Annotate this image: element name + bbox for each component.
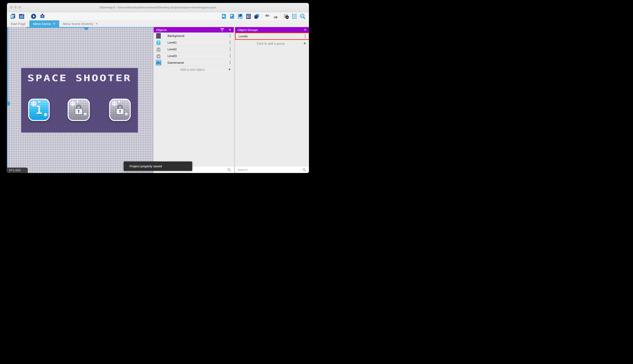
background-thumbnail (156, 33, 161, 38)
object-row-level3[interactable]: Level3 (154, 53, 234, 59)
object-row-background[interactable]: Background (154, 32, 234, 39)
group-row-levels[interactable]: Levels (235, 32, 309, 40)
instances-list-icon[interactable] (245, 14, 251, 19)
object-menu-icon[interactable] (229, 34, 231, 38)
object-groups-panel: Object Groups ✕ Levels Click to add a gr… (235, 27, 309, 173)
close-tab-icon[interactable]: ✕ (53, 22, 55, 25)
groups-search-bar (235, 166, 309, 173)
selection-top-edge (26, 27, 87, 28)
text-object-thumbnail: Tx (156, 60, 161, 66)
scene-title-text: SPACE SHOOTER (7, 73, 153, 83)
gloss-bubble (77, 100, 79, 102)
objects-panel: Objects ✕ Background 1 Level1 (153, 27, 234, 173)
locked-thumbnail (156, 46, 161, 52)
object-menu-icon[interactable] (229, 40, 231, 44)
main-content: SPACE SHOOTER 1 (7, 27, 309, 173)
play-icon[interactable] (31, 14, 37, 19)
plus-icon: + (228, 67, 231, 72)
object-menu-icon[interactable] (229, 47, 231, 51)
grid-icon[interactable] (291, 14, 297, 19)
gloss-bubble (118, 100, 120, 102)
groups-search-input[interactable] (238, 168, 302, 172)
tab-start-page[interactable]: Start Page (7, 20, 29, 27)
debug-icon[interactable] (40, 14, 45, 19)
level1-button-instance[interactable]: 1 (28, 98, 50, 121)
gloss-bubble (112, 101, 117, 106)
lock-icon (73, 104, 84, 116)
locked-thumbnail (156, 53, 161, 59)
gloss-bubble (70, 101, 75, 106)
main-toolbar: 1:1 (7, 12, 309, 20)
object-row-gamename[interactable]: Tx Gamename (154, 59, 234, 66)
selection-rotate-handle[interactable] (84, 27, 89, 30)
groups-panel-header: Object Groups ✕ (235, 27, 309, 32)
svg-text:1:1: 1:1 (301, 15, 303, 17)
selection-resize-handle[interactable] (7, 101, 10, 106)
search-icon (302, 168, 306, 172)
star-sparkles (21, 68, 22, 68)
level1-thumbnail: 1 (156, 40, 161, 45)
layers-icon[interactable] (254, 14, 260, 19)
tab-menu-scene-events[interactable]: Menu Scene (Events) ✕ (59, 20, 102, 27)
level3-button-instance[interactable] (109, 98, 131, 121)
zoom-one-to-one-icon[interactable]: 1:1 (300, 14, 305, 19)
gloss-bubble (38, 101, 40, 103)
object-menu-icon[interactable] (229, 54, 231, 58)
search-icon (227, 168, 231, 172)
selection-left-edge (7, 27, 8, 103)
object-menu-icon[interactable] (229, 60, 231, 64)
level2-button-instance[interactable] (68, 98, 90, 121)
objects-editor-icon[interactable] (221, 14, 227, 19)
save-toast: Project properly saved (124, 162, 192, 171)
group-menu-icon[interactable] (304, 34, 306, 38)
add-group-button[interactable]: Click to add a group + (235, 40, 309, 47)
toolbar-separator (28, 14, 28, 19)
close-tab-icon[interactable]: ✕ (95, 22, 98, 25)
gdevelop-window: GDevelop 5 - /Users/dkarakay/Documents/G… (7, 3, 309, 173)
close-panel-icon[interactable]: ✕ (304, 28, 306, 32)
scene-canvas[interactable]: SPACE SHOOTER 1 (7, 27, 153, 173)
groups-panel-title: Object Groups (238, 28, 299, 32)
editor-tabs: Start Page Menu Scene ✕ Menu Scene (Even… (7, 20, 309, 27)
object-row-level1[interactable]: 1 Level1 (154, 39, 234, 46)
gloss-bubble (84, 112, 87, 116)
toast-message: Project properly saved (130, 164, 162, 168)
window-title: GDevelop 5 - /Users/dkarakay/Documents/G… (7, 3, 309, 12)
lock-icon (157, 54, 160, 58)
object-groups-editor-icon[interactable] (229, 14, 235, 19)
tab-menu-scene[interactable]: Menu Scene ✕ (29, 20, 59, 27)
properties-icon[interactable] (237, 14, 243, 19)
gloss-bubble (31, 101, 37, 106)
title-bar: GDevelop 5 - /Users/dkarakay/Documents/G… (7, 3, 309, 12)
close-panel-icon[interactable]: ✕ (229, 28, 231, 32)
cursor-coordinates-badge: 871;420 (7, 168, 28, 173)
filter-icon[interactable] (220, 28, 224, 31)
objects-panel-title: Objects (156, 28, 220, 32)
object-row-level2[interactable]: Level2 (154, 46, 234, 53)
undo-icon[interactable] (264, 14, 270, 19)
gloss-bubble (44, 113, 47, 116)
toolbar-separator (281, 14, 281, 19)
render-options-icon[interactable] (283, 14, 289, 19)
gloss-bubble (125, 112, 128, 116)
selection-left-edge-faded (7, 103, 8, 173)
project-manager-icon[interactable] (10, 14, 16, 19)
redo-icon[interactable] (273, 14, 278, 19)
lock-icon (157, 48, 160, 51)
toolbar-separator (262, 14, 262, 19)
lock-icon (115, 104, 126, 116)
add-object-button[interactable]: Add a new object + (154, 66, 234, 73)
preview-window-icon[interactable] (19, 14, 25, 19)
selection-top-edge-faded (87, 27, 153, 28)
objects-panel-header: Objects ✕ (154, 27, 234, 32)
plus-icon: + (303, 41, 306, 46)
